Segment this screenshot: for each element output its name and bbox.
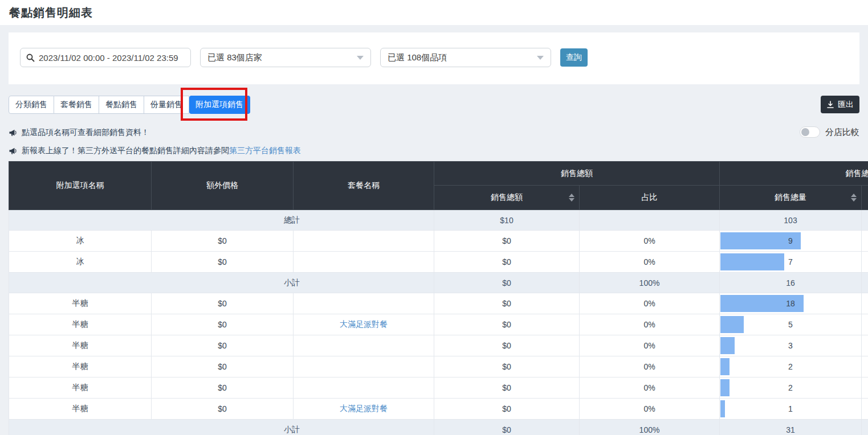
search-icon	[26, 54, 35, 62]
header-sales-qty: 銷售總量	[720, 186, 862, 210]
subtotal-row: 小計 $0 100% 16	[9, 273, 868, 293]
notice-text: 新報表上線了！第三方外送平台的餐點銷售詳細內容請參閱	[22, 146, 229, 156]
branch-compare-toggle-wrap: 分店比較	[800, 126, 859, 138]
title-bar: 餐點銷售明細表	[0, 0, 868, 25]
page-title: 餐點銷售明細表	[9, 5, 93, 20]
tab-portion-sales[interactable]: 份量銷售	[144, 96, 189, 114]
table-row: 冰 $0 $0 0% 9	[9, 231, 868, 252]
tab-meal-sales[interactable]: 餐點銷售	[99, 96, 144, 114]
store-select[interactable]: 已選 83個店家	[200, 48, 371, 67]
table-row: 半糖 $0 $0 0% 18	[9, 293, 868, 314]
option-name-cell: 半糖	[9, 399, 152, 420]
chevron-down-icon	[537, 56, 544, 60]
megaphone-icon	[9, 146, 18, 155]
branch-compare-label: 分店比較	[825, 127, 859, 138]
option-name-cell: 半糖	[9, 335, 152, 356]
export-button[interactable]: 匯出	[821, 96, 859, 113]
notice-text: 點選品項名稱可查看細部銷售資料！	[22, 128, 149, 138]
tab-addon-option-sales[interactable]: 附加選項銷售	[189, 96, 250, 114]
sort-icon[interactable]	[851, 194, 857, 202]
notice-item-detail: 點選品項名稱可查看細部銷售資料！	[9, 128, 149, 138]
table-row: 半糖 $0 $0 0% 2	[9, 377, 868, 399]
header-combo-name: 套餐名稱	[294, 162, 434, 210]
option-name-cell: 冰	[9, 252, 152, 273]
filter-card: 2023/11/02 00:00 - 2023/11/02 23:59 已選 8…	[9, 32, 859, 84]
option-name-cell: 半糖	[9, 314, 152, 335]
export-label: 匯出	[838, 100, 854, 110]
tab-combo-sales[interactable]: 套餐銷售	[54, 96, 99, 114]
header-group-sales-qty: 銷售總量	[720, 162, 868, 186]
table-row: 冰 $0 $0 0% 7	[9, 252, 868, 273]
combo-link[interactable]: 大滿足派對餐	[294, 314, 434, 335]
item-select-value: 已選 108個品項	[388, 52, 447, 63]
tab-group: 分類銷售 套餐銷售 餐點銷售 份量銷售 附加選項銷售	[9, 96, 250, 114]
option-name-cell: 冰	[9, 231, 152, 252]
option-name-cell: 半糖	[9, 293, 152, 314]
table-row: 半糖 $0 大滿足派對餐 $0 0% 1	[9, 399, 868, 420]
combo-link[interactable]: 大滿足派對餐	[294, 399, 434, 420]
chevron-down-icon	[357, 56, 364, 60]
option-name-cell: 半糖	[9, 377, 152, 399]
header-group-sales-amount: 銷售總額	[434, 162, 720, 186]
third-party-report-link[interactable]: 第三方平台銷售報表	[229, 146, 301, 156]
branch-compare-toggle[interactable]	[800, 126, 820, 138]
header-ratio-amount: 占比	[580, 186, 720, 210]
header-ratio-qty: 占比	[862, 186, 868, 210]
notice-new-report: 新報表上線了！第三方外送平台的餐點銷售詳細內容請參閱第三方平台銷售報表	[9, 146, 301, 156]
table-row: 半糖 $0 大滿足派對餐 $0 0% 5	[9, 314, 868, 335]
toggle-knob	[801, 128, 809, 136]
query-button[interactable]: 查詢	[560, 48, 588, 67]
date-range-value: 2023/11/02 00:00 - 2023/11/02 23:59	[39, 53, 178, 63]
store-select-value: 已選 83個店家	[207, 52, 262, 63]
addon-sales-table: 附加選項名稱 額外價格 套餐名稱 銷售總額 銷售總量 銷售總額 占比 銷售總量 …	[9, 161, 868, 435]
header-sales-amount: 銷售總額	[434, 186, 580, 210]
total-row: 總計 $10 103	[9, 210, 868, 231]
filter-row: 2023/11/02 00:00 - 2023/11/02 23:59 已選 8…	[20, 48, 588, 67]
sales-table-wrap: 附加選項名稱 額外價格 套餐名稱 銷售總額 銷售總量 銷售總額 占比 銷售總量 …	[9, 161, 868, 435]
subtotal-row: 小計 $0 100% 31	[9, 420, 868, 435]
tab-category-sales[interactable]: 分類銷售	[9, 96, 54, 114]
table-row: 半糖 $0 $0 0% 3	[9, 335, 868, 356]
megaphone-icon	[9, 128, 18, 137]
table-row: 半糖 $0 $0 0% 2	[9, 356, 868, 377]
header-option-name: 附加選項名稱	[9, 162, 152, 210]
header-extra-price: 額外價格	[152, 162, 294, 210]
download-icon	[826, 101, 834, 109]
option-name-cell: 半糖	[9, 356, 152, 377]
item-select[interactable]: 已選 108個品項	[380, 48, 551, 67]
date-range-input[interactable]: 2023/11/02 00:00 - 2023/11/02 23:59	[20, 48, 191, 67]
sort-icon[interactable]	[569, 194, 574, 202]
